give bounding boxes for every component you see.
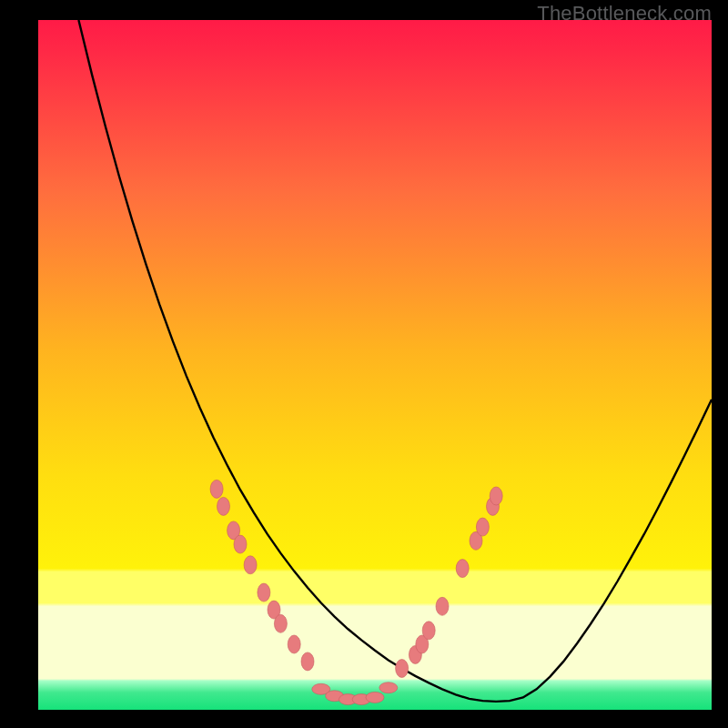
data-dot xyxy=(217,497,230,515)
data-dot xyxy=(379,682,398,693)
data-dot xyxy=(476,518,489,536)
data-dot xyxy=(436,597,449,615)
data-dot xyxy=(274,614,287,632)
gradient-background xyxy=(38,20,712,710)
data-dot xyxy=(422,622,435,640)
data-dot xyxy=(396,660,409,678)
outer-frame: TheBottleneck.com xyxy=(0,0,728,728)
data-dot xyxy=(210,480,223,498)
data-dot xyxy=(258,583,270,602)
data-dot xyxy=(456,560,469,578)
data-dot xyxy=(301,652,314,671)
chart-svg xyxy=(38,20,712,710)
plot-area xyxy=(38,20,712,710)
data-dot xyxy=(288,635,300,653)
data-dot xyxy=(244,556,257,574)
data-dot xyxy=(366,692,384,703)
data-dot xyxy=(490,487,502,505)
data-dot xyxy=(234,535,247,553)
